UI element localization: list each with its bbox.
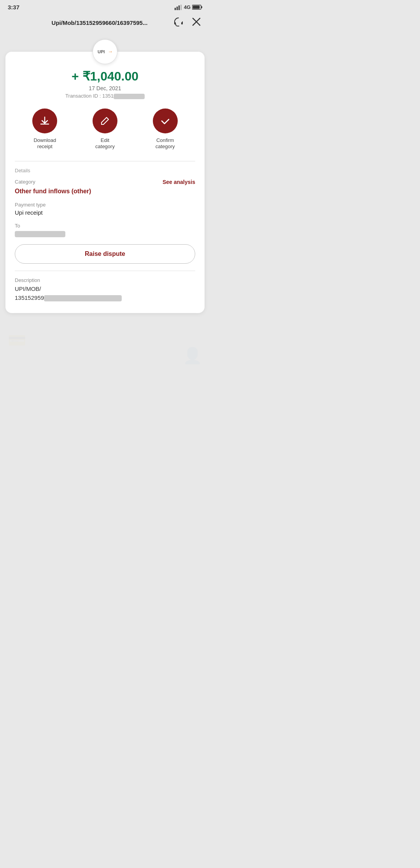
check-icon (160, 116, 171, 126)
category-value: Other fund inflows (other) (15, 188, 195, 195)
header-actions[interactable] (172, 15, 202, 30)
status-bar: 3:37 4G (0, 0, 210, 13)
amount-value: + ₹1,040.00 (15, 69, 195, 84)
svg-rect-8 (175, 8, 176, 10)
to-value (15, 230, 195, 237)
svg-rect-9 (177, 7, 178, 10)
details-section-label: Details (15, 168, 195, 173)
header: Upi/Mob/135152959660/16397595... (0, 13, 210, 35)
description-value: UPI/MOB/ 135152959 (15, 285, 195, 302)
svg-rect-10 (178, 5, 180, 10)
download-icon (39, 116, 50, 126)
svg-text:💳: 💳 (8, 331, 26, 349)
battery-icon (192, 5, 202, 10)
transaction-id: Transaction ID : 1351 (15, 93, 195, 99)
close-button[interactable] (191, 16, 202, 29)
description-section: Description UPI/MOB/ 135152959 (15, 277, 195, 302)
category-row: Category See analysis Other fund inflows… (15, 179, 195, 195)
header-title-area: Upi/Mob/135152959660/16397595... (27, 19, 172, 27)
edit-category-label: Editcategory (95, 137, 115, 150)
download-receipt-circle (32, 108, 57, 133)
payment-type-key: Payment type (15, 202, 195, 208)
edit-icon (100, 116, 110, 126)
svg-text:UPI: UPI (98, 49, 105, 54)
svg-text:👤: 👤 (183, 346, 202, 365)
status-icons: 4G (175, 4, 202, 10)
edit-category-action[interactable]: Editcategory (88, 108, 122, 150)
to-key: To (15, 223, 195, 229)
svg-text:→: → (108, 49, 113, 54)
download-receipt-action[interactable]: Downloadreceipt (27, 108, 62, 150)
upi-logo-circle: UPI → (93, 39, 117, 64)
upi-logo-wrap: UPI → (0, 39, 210, 52)
see-analysis-button[interactable]: See analysis (163, 179, 195, 185)
network-label: 4G (184, 4, 191, 10)
category-key: Category (15, 179, 35, 185)
raise-dispute-button[interactable]: Raise dispute (15, 244, 195, 264)
amount-date: 17 Dec, 2021 (15, 85, 195, 91)
to-value-blurred (15, 231, 65, 237)
support-button[interactable] (172, 15, 185, 30)
signal-icon (175, 5, 182, 10)
svg-rect-16 (181, 22, 183, 24)
main-card: + ₹1,040.00 17 Dec, 2021 Transaction ID … (5, 52, 205, 313)
confirm-category-action[interactable]: Confirmcategory (148, 108, 183, 150)
confirm-category-circle (153, 108, 178, 133)
actions-row: Downloadreceipt Editcategory Confirmcate… (15, 108, 195, 150)
divider-top (15, 161, 195, 161)
svg-rect-11 (180, 5, 182, 10)
status-time: 3:37 (8, 4, 19, 10)
svg-rect-13 (201, 6, 203, 8)
svg-rect-14 (193, 6, 200, 9)
description-blurred (44, 295, 122, 301)
payment-type-row: Payment type Upi receipt (15, 202, 195, 216)
confirm-category-label: Confirmcategory (156, 137, 175, 150)
to-row: To (15, 223, 195, 237)
download-receipt-label: Downloadreceipt (33, 137, 56, 150)
description-key: Description (15, 277, 195, 283)
upi-logo: UPI → (97, 48, 113, 55)
header-title: Upi/Mob/135152959660/16397595... (27, 19, 172, 27)
amount-section: + ₹1,040.00 (15, 69, 195, 84)
payment-type-value: Upi receipt (15, 209, 195, 216)
divider-bottom (15, 271, 195, 271)
close-icon (192, 18, 201, 26)
headphone-icon (173, 17, 184, 27)
edit-category-circle (93, 108, 117, 133)
transaction-id-blurred (114, 94, 145, 99)
